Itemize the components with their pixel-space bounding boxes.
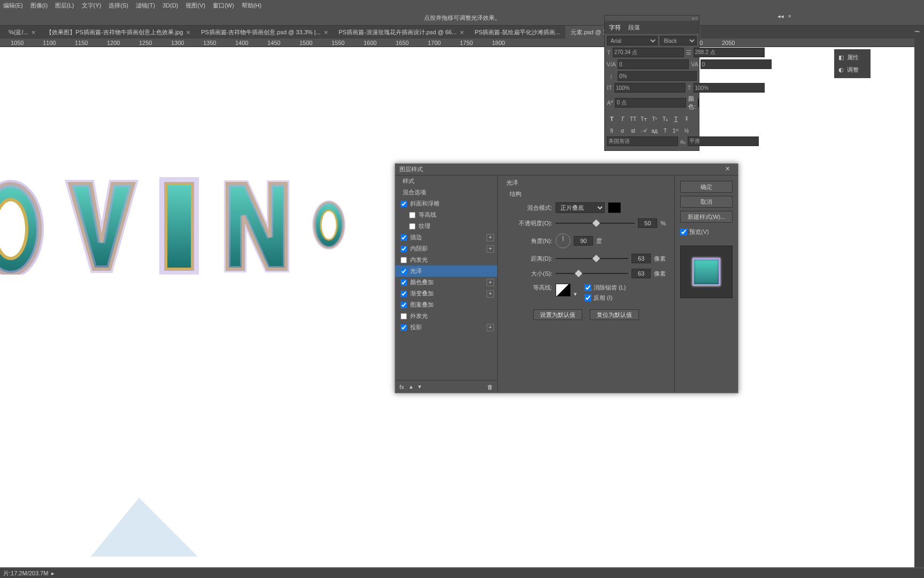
style-bevel[interactable]: 斜面和浮雕 [395,198,497,209]
opacity-slider[interactable] [556,219,635,227]
down-icon[interactable]: ▾ [418,383,421,390]
font-style-select[interactable]: Black [660,36,697,45]
menu-window[interactable]: 窗口(W) [213,2,234,10]
blend-mode-select[interactable]: 正片叠底 [556,202,605,213]
fraction-button[interactable]: ½ [682,126,691,135]
doc-tab-3[interactable]: PS插画篇-浪漫玫瑰花卉插画设计.psd @ 66...× [333,26,469,39]
menu-edit[interactable]: 编辑(E) [3,2,23,10]
satin-color-swatch[interactable] [608,202,621,213]
antialias-select[interactable] [688,136,759,146]
italic-button[interactable]: T [618,114,627,124]
close-icon[interactable]: × [186,28,190,36]
collapse-icon[interactable]: ◂◂ [777,13,784,20]
fx-icon[interactable]: fx [399,384,404,390]
close-icon[interactable]: × [460,28,464,36]
distance-slider[interactable] [556,254,628,263]
add-icon[interactable]: + [487,234,494,241]
kerning-input[interactable] [618,59,689,69]
close-panel-icon[interactable]: × [788,13,791,20]
fi-button[interactable]: fi [607,126,617,135]
style-outer-glow[interactable]: 外发光 [395,310,497,322]
panel-item-properties[interactable]: ◧属性 [834,51,871,64]
panel-item-adjustments[interactable]: ◐调整 [834,64,871,76]
set-default-button[interactable]: 设置为默认值 [533,309,582,320]
language-select[interactable] [607,136,678,146]
ordinal-button[interactable]: 1ˢᵗ [671,126,681,135]
ok-button[interactable]: 确定 [680,181,733,193]
subscript-button[interactable]: T₁ [660,114,670,124]
superscript-button[interactable]: T¹ [650,114,659,124]
menu-3d[interactable]: 3D(D) [163,2,178,9]
allcaps-button[interactable]: TT [628,114,638,124]
close-icon[interactable]: ✕ [725,165,734,174]
panel-menu-icon[interactable]: ▸≡ [692,16,698,21]
distance-input[interactable] [632,254,651,263]
titling-button[interactable]: T [660,126,670,135]
style-satin[interactable]: 光泽 [395,265,497,277]
justify-button[interactable]: aд [650,126,659,135]
tracking-input[interactable] [700,59,772,69]
blending-options[interactable]: 混合选项 [395,187,497,198]
cancel-button[interactable]: 取消 [680,196,733,208]
reset-default-button[interactable]: 复位为默认值 [590,309,639,320]
menu-view[interactable]: 视图(V) [186,2,205,10]
opacity-input[interactable] [638,218,657,228]
menu-filter[interactable]: 滤镜(T) [136,2,155,10]
menu-help[interactable]: 帮助(H) [242,2,261,10]
leading-input[interactable] [694,48,765,57]
up-icon[interactable]: ▴ [410,383,413,390]
add-icon[interactable]: + [487,279,494,286]
menu-select[interactable]: 选择(S) [109,2,128,10]
st-button[interactable]: st [628,126,638,135]
style-inner-glow[interactable]: 内发光 [395,254,497,265]
size-slider[interactable] [556,269,628,278]
swash-button[interactable]: 𝒜 [639,126,649,135]
new-style-button[interactable]: 新建样式(W)... [680,211,733,223]
text-color-swatch[interactable] [698,98,699,107]
doc-tab-2[interactable]: PS插画篇-吉祥物牛插画创意.psd @ 33.3% |...× [196,26,333,39]
tab-character[interactable]: 字符 [609,24,621,32]
hscale-input[interactable] [694,83,765,93]
add-icon[interactable]: + [487,245,494,253]
size-input[interactable] [632,269,651,278]
doc-tab-4[interactable]: PS插画篇-鼠绘扁平化沙滩插画... [469,26,566,39]
styles-header[interactable]: 样式 [395,176,497,187]
preview-checkbox[interactable] [680,229,687,235]
style-drop-shadow[interactable]: 投影+ [395,322,497,333]
strikethrough-button[interactable]: Ŧ [682,114,691,124]
invert-checkbox[interactable] [584,294,591,301]
style-stroke[interactable]: 描边+ [395,232,497,243]
menu-layer[interactable]: 图层(L) [55,2,74,10]
vscale-input[interactable] [614,83,686,93]
smallcaps-button[interactable]: Tᴛ [639,114,649,124]
close-icon[interactable]: × [324,28,328,36]
style-color-overlay[interactable]: 颜色叠加+ [395,277,497,288]
style-gradient-overlay[interactable]: 渐变叠加+ [395,288,497,299]
chevron-down-icon[interactable]: ▾ [574,291,577,298]
doc-tab-1[interactable]: 【效果图】PS插画篇-吉祥物牛插画创意上色效果.jpg× [41,26,196,39]
angle-input[interactable] [574,236,593,246]
style-pattern-overlay[interactable]: 图案叠加 [395,299,497,310]
status-chevron-icon[interactable]: ▸ [51,570,55,577]
add-icon[interactable]: + [487,324,494,331]
angle-dial[interactable] [556,233,571,248]
trash-icon[interactable]: 🗑 [487,384,493,390]
font-size-input[interactable] [613,48,684,57]
sigma-button[interactable]: σ [618,126,627,135]
add-icon[interactable]: + [487,290,494,298]
contour-picker[interactable] [556,284,571,296]
style-inner-shadow[interactable]: 内阴影+ [395,243,497,254]
font-family-select[interactable]: Arial [607,36,658,45]
baseline-input[interactable] [615,98,686,108]
tab-paragraph[interactable]: 段落 [628,24,640,32]
scale-input[interactable] [618,71,697,81]
underline-button[interactable]: T [671,114,681,124]
doc-tab-0[interactable]: %(蓝/...× [3,26,41,39]
antialias-checkbox[interactable] [584,284,591,291]
close-icon[interactable]: × [32,28,36,36]
bold-button[interactable]: T [607,114,617,124]
menu-type[interactable]: 文字(Y) [82,2,102,10]
style-texture[interactable]: 纹理 [395,220,497,232]
menu-image[interactable]: 图像(I) [30,2,48,10]
style-contour[interactable]: 等高线 [395,209,497,220]
